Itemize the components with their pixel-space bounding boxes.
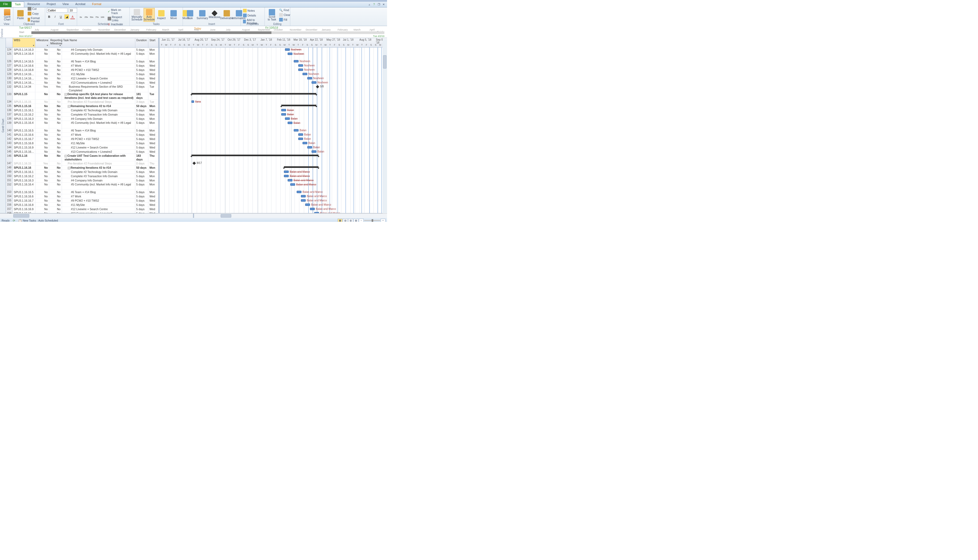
row-number[interactable]: 148: [6, 165, 12, 170]
tab-task[interactable]: Task: [12, 2, 25, 7]
cell-reporting[interactable]: No: [49, 80, 62, 85]
cell-wbs[interactable]: SPU3.1.15.16.10: [13, 150, 35, 153]
cell-duration[interactable]: 5 days: [135, 145, 149, 149]
gantt-task-bar[interactable]: [298, 138, 303, 140]
cell-wbs[interactable]: SPU3.1.14.16.11: [13, 76, 35, 80]
cell-duration[interactable]: 5 days: [135, 207, 149, 211]
table-row[interactable]: SPU3.1.14.16.8NoNo#9 PCW2 + #10 TWS25 da…: [13, 68, 159, 72]
cell-duration[interactable]: 181 days: [135, 92, 149, 99]
cell-taskname[interactable]: Complete #2 Technology Info Domain: [62, 170, 135, 174]
cell-milestone[interactable]: No: [35, 59, 49, 63]
cell-taskname[interactable]: Complete #3 Transaction Info Domain: [62, 174, 135, 178]
cell-duration[interactable]: 5 days: [135, 52, 149, 59]
find-button[interactable]: 🔍Find: [279, 8, 291, 12]
cell-start[interactable]: Thu: [148, 161, 159, 165]
gantt-task-bar[interactable]: [191, 100, 194, 103]
table-row[interactable]: SPU3.1.16.16.4NoNo#5 Community (incl. Ma…: [13, 183, 159, 190]
gantt-task-bar[interactable]: [284, 175, 289, 177]
restore-icon[interactable]: ❐: [377, 3, 381, 7]
gantt-task-bar[interactable]: [281, 109, 286, 111]
cell-start[interactable]: Mon: [148, 48, 159, 52]
col-milestone[interactable]: Milestone▼: [35, 38, 49, 47]
gantt-task-bar[interactable]: [288, 53, 293, 55]
cell-milestone[interactable]: No: [35, 92, 49, 99]
cell-start[interactable]: Thu: [148, 154, 159, 161]
pct100-button[interactable]: 100: [100, 15, 104, 19]
cell-duration[interactable]: 5 days: [135, 178, 149, 182]
cell-wbs[interactable]: SPU3.1.16.16: [13, 165, 35, 170]
cell-reporting[interactable]: No: [49, 121, 62, 128]
vertical-scrollbar[interactable]: [383, 39, 387, 213]
row-number[interactable]: 124: [6, 48, 12, 52]
cell-milestone[interactable]: No: [35, 137, 49, 141]
cell-duration[interactable]: 5 days: [135, 112, 149, 117]
cell-duration[interactable]: 0 days: [135, 161, 149, 165]
view-team-icon[interactable]: ▥: [348, 218, 353, 222]
cell-milestone[interactable]: No: [35, 121, 49, 128]
cell-reporting[interactable]: No: [49, 198, 62, 202]
gantt-summary-bar[interactable]: [284, 166, 318, 168]
cell-wbs[interactable]: SPU3.1.16.16.3: [13, 178, 35, 182]
help-icon[interactable]: ?: [372, 3, 376, 7]
cell-reporting[interactable]: No: [49, 174, 62, 178]
cell-taskname[interactable]: −Remaining Iterations #2 to #14: [62, 165, 135, 170]
cell-wbs[interactable]: SPU3.1.16.16.5: [13, 190, 35, 194]
cell-taskname[interactable]: #6 Team + #14 Blog: [62, 190, 135, 194]
copy-button[interactable]: Copy: [27, 12, 43, 16]
cell-duration[interactable]: 5 days: [135, 150, 149, 153]
gantt-task-bar[interactable]: [297, 191, 301, 193]
pct0-button[interactable]: 0x: [79, 15, 83, 19]
cell-milestone[interactable]: No: [35, 203, 49, 207]
cell-milestone[interactable]: No: [35, 72, 49, 76]
gantt-task-bar[interactable]: [301, 199, 306, 202]
cell-duration[interactable]: 5 days: [135, 133, 149, 137]
cell-wbs[interactable]: SPU3.1.14.16.10: [13, 72, 35, 76]
cell-reporting[interactable]: No: [49, 112, 62, 117]
cell-wbs[interactable]: SPU3.1.16.16.8: [13, 203, 35, 207]
cell-duration[interactable]: 5 days: [135, 128, 149, 132]
move-button[interactable]: Move: [168, 8, 179, 22]
cell-taskname[interactable]: #9 PCW2 + #10 TWS2: [62, 68, 135, 72]
table-row[interactable]: SPU3.1.14.34YesYesBusiness Requirements …: [13, 85, 159, 92]
table-row[interactable]: SPU3.1.16.16.9NoNo#12 Livewire + Search …: [13, 207, 159, 211]
table-row[interactable]: SPU3.1.15.16.10NoNo#13 Communications + …: [13, 150, 159, 154]
cell-reporting[interactable]: No: [49, 178, 62, 182]
cell-milestone[interactable]: No: [35, 178, 49, 182]
table-row[interactable]: SPU3.1.15.16.5NoNo#6 Team + #14 Blog5 da…: [13, 128, 159, 133]
cell-milestone[interactable]: No: [35, 145, 49, 149]
gantt-task-bar[interactable]: [311, 150, 316, 153]
cell-wbs[interactable]: SPU3.1.16: [13, 154, 35, 161]
cell-start[interactable]: Mon: [148, 165, 159, 170]
cell-reporting[interactable]: No: [49, 203, 62, 207]
row-number[interactable]: 152: [6, 183, 12, 190]
cell-start[interactable]: Wed: [148, 203, 159, 207]
table-row[interactable]: SPU3.1.15.16.9NoNo#12 Livewire + Search …: [13, 145, 159, 150]
cell-wbs[interactable]: SPU3.1.16.16.9: [13, 207, 35, 211]
cell-wbs[interactable]: SPU3.1.14.16.4: [13, 52, 35, 59]
cell-reporting[interactable]: No: [49, 161, 62, 165]
zoom-out-button[interactable]: −: [359, 218, 364, 222]
cell-start[interactable]: Mon: [148, 170, 159, 174]
row-number[interactable]: 156: [6, 203, 12, 207]
cell-start[interactable]: Wed: [148, 150, 159, 153]
cell-taskname[interactable]: #4 Company Info Domain: [62, 117, 135, 121]
cell-start[interactable]: Wed: [148, 80, 159, 85]
cell-wbs[interactable]: SPU3.1.14.16.8: [13, 68, 35, 72]
cell-start[interactable]: Wed: [148, 133, 159, 137]
cell-start[interactable]: Wed: [148, 72, 159, 76]
cell-reporting[interactable]: Yes: [49, 85, 62, 92]
gantt-task-bar[interactable]: [290, 183, 295, 186]
underline-button[interactable]: U: [59, 14, 63, 19]
row-number[interactable]: 138: [6, 117, 12, 121]
cell-taskname[interactable]: Pre-Iteration #2 Foundational Steps: [62, 161, 135, 165]
cell-wbs[interactable]: SPU3.1.14.16.5: [13, 59, 35, 63]
cell-start[interactable]: Mon: [148, 108, 159, 112]
cell-start[interactable]: Wed: [148, 63, 159, 67]
row-number[interactable]: 133: [6, 92, 12, 100]
table-row[interactable]: SPU3.1.16.16.7NoNo#9 PCW2 + #10 TWS25 da…: [13, 198, 159, 203]
cell-milestone[interactable]: No: [35, 170, 49, 174]
cell-reporting[interactable]: No: [49, 145, 62, 149]
cell-taskname[interactable]: #7 Work: [62, 63, 135, 67]
cell-wbs[interactable]: SPU3.1.15.16.5: [13, 128, 35, 132]
table-row[interactable]: SPU3.1.15.16.8NoNo#11 MySite5 daysWed: [13, 141, 159, 145]
